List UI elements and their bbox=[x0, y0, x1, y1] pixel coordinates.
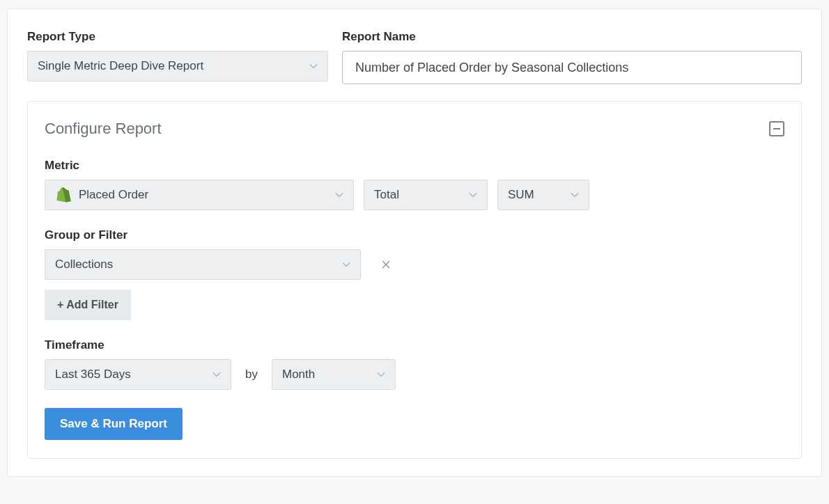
collapse-button[interactable] bbox=[769, 121, 784, 136]
chevron-down-icon bbox=[571, 192, 579, 198]
report-builder-panel: Report Type Single Metric Deep Dive Repo… bbox=[7, 8, 822, 477]
remove-filter-icon[interactable] bbox=[378, 258, 394, 272]
aggregation1-select[interactable]: Total bbox=[364, 180, 488, 210]
timeframe-section: Timeframe Last 365 Days by Month bbox=[45, 338, 784, 390]
report-type-label: Report Type bbox=[27, 30, 328, 44]
chevron-down-icon bbox=[335, 192, 343, 198]
configure-report-card: Configure Report Metric Placed Order bbox=[27, 101, 802, 459]
aggregation2-select[interactable]: SUM bbox=[497, 180, 589, 210]
metric-section: Metric Placed Order Total bbox=[45, 159, 784, 210]
add-filter-button[interactable]: + Add Filter bbox=[45, 290, 131, 320]
chevron-down-icon bbox=[212, 372, 221, 377]
report-type-select[interactable]: Single Metric Deep Dive Report bbox=[27, 51, 328, 81]
timeframe-range-select[interactable]: Last 365 Days bbox=[45, 359, 231, 390]
add-filter-label: + Add Filter bbox=[57, 299, 118, 311]
shopify-icon bbox=[55, 187, 72, 203]
timeframe-unit-select[interactable]: Month bbox=[272, 359, 396, 390]
save-run-label: Save & Run Report bbox=[60, 417, 167, 431]
aggregation1-value: Total bbox=[374, 188, 399, 202]
chevron-down-icon bbox=[469, 192, 477, 198]
metric-label: Metric bbox=[45, 159, 784, 173]
header-row: Report Type Single Metric Deep Dive Repo… bbox=[27, 30, 802, 84]
timeframe-range-value: Last 365 Days bbox=[55, 368, 131, 381]
timeframe-unit-value: Month bbox=[282, 368, 315, 381]
chevron-down-icon bbox=[342, 262, 350, 267]
configure-header: Configure Report bbox=[45, 120, 784, 138]
report-type-field: Report Type Single Metric Deep Dive Repo… bbox=[27, 30, 328, 84]
aggregation2-value: SUM bbox=[508, 188, 534, 202]
timeframe-by-label: by bbox=[241, 368, 262, 381]
report-name-input[interactable] bbox=[342, 51, 802, 84]
group-filter-section: Group or Filter Collections + Add Filter bbox=[45, 228, 784, 320]
timeframe-label: Timeframe bbox=[45, 338, 784, 352]
group-filter-select[interactable]: Collections bbox=[45, 249, 361, 280]
minus-icon bbox=[773, 128, 780, 129]
metric-value: Placed Order bbox=[79, 188, 328, 202]
report-name-field: Report Name bbox=[342, 30, 802, 84]
chevron-down-icon bbox=[377, 372, 385, 377]
save-run-button[interactable]: Save & Run Report bbox=[45, 408, 183, 440]
configure-title: Configure Report bbox=[45, 120, 162, 138]
group-filter-label: Group or Filter bbox=[45, 228, 784, 242]
group-filter-value: Collections bbox=[55, 258, 113, 271]
chevron-down-icon bbox=[309, 63, 318, 69]
report-type-value: Single Metric Deep Dive Report bbox=[38, 59, 203, 73]
report-name-label: Report Name bbox=[342, 30, 802, 44]
metric-select[interactable]: Placed Order bbox=[45, 180, 354, 210]
